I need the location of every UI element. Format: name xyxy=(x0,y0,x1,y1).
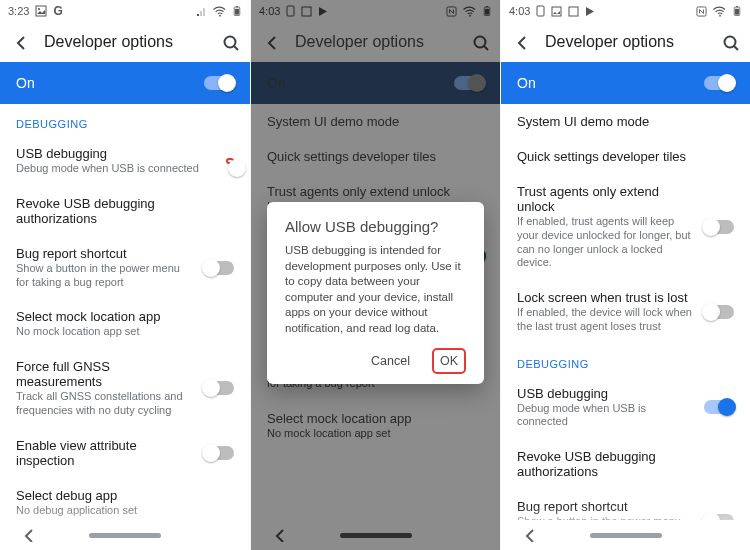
row-title: USB debugging xyxy=(517,386,694,401)
row-title: Select debug app xyxy=(16,488,234,503)
row-subtitle: No mock location app set xyxy=(16,325,234,339)
banner-label: On xyxy=(517,75,536,91)
search-icon[interactable] xyxy=(720,32,740,52)
dialog-ok-button[interactable]: OK xyxy=(432,348,466,374)
wifi-icon xyxy=(712,4,728,18)
settings-row[interactable]: Bug report shortcutShow a button in the … xyxy=(0,236,250,300)
nav-home-pill[interactable] xyxy=(590,533,662,538)
signal-icon xyxy=(196,5,208,17)
settings-row[interactable]: USB debuggingDebug mode when USB is conn… xyxy=(501,376,750,440)
status-bar: 4:03 xyxy=(501,0,750,22)
tutorial-highlight xyxy=(226,158,234,164)
toggle-switch[interactable] xyxy=(204,261,234,275)
svg-rect-12 xyxy=(569,7,578,16)
row-subtitle: Debug mode when USB is connected xyxy=(16,162,216,176)
settings-row[interactable]: System UI demo mode xyxy=(501,104,750,139)
dialog-body: USB debugging is intended for developmen… xyxy=(285,243,466,336)
page-title: Developer options xyxy=(545,33,706,51)
battery-icon xyxy=(232,4,242,18)
play-store-icon xyxy=(585,6,595,17)
settings-row[interactable]: Lock screen when trust is lostIf enabled… xyxy=(501,280,750,344)
nav-home-pill[interactable] xyxy=(89,533,161,538)
toggle-switch[interactable] xyxy=(204,446,234,460)
status-bar: 3:23 G xyxy=(0,0,250,22)
settings-row[interactable]: Revoke USB debugging authorizations xyxy=(0,186,250,236)
row-subtitle: Debug mode when USB is connected xyxy=(517,402,694,430)
row-title: Bug report shortcut xyxy=(517,499,694,514)
section-header-debugging: DEBUGGING xyxy=(501,344,750,376)
screenshot-2: 4:03 Developer options On System UI demo… xyxy=(250,0,500,550)
settings-row[interactable]: Enable view attribute inspection xyxy=(0,428,250,478)
toggle-switch[interactable] xyxy=(704,400,734,414)
app-bar: Developer options xyxy=(501,22,750,62)
settings-row[interactable]: Select mock location appNo mock location… xyxy=(0,299,250,349)
toggle-switch[interactable] xyxy=(204,381,234,395)
row-title: Select mock location app xyxy=(16,309,234,324)
screenshot-1: 3:23 G Developer options On DEBUGGING US… xyxy=(0,0,250,550)
search-icon[interactable] xyxy=(220,32,240,52)
settings-row[interactable]: Quick settings developer tiles xyxy=(501,139,750,174)
settings-row[interactable]: USB debuggingDebug mode when USB is conn… xyxy=(0,136,250,186)
row-title: Trust agents only extend unlock xyxy=(517,184,694,214)
row-title: Revoke USB debugging authorizations xyxy=(517,449,734,479)
master-switch[interactable] xyxy=(704,76,734,90)
image-icon xyxy=(551,6,562,17)
page-title: Developer options xyxy=(44,33,206,51)
master-switch[interactable] xyxy=(204,76,234,90)
google-icon: G xyxy=(53,4,62,18)
settings-row[interactable]: Trust agents only extend unlockIf enable… xyxy=(501,174,750,280)
image-icon xyxy=(35,5,47,17)
usb-debugging-dialog: Allow USB debugging? USB debugging is in… xyxy=(267,202,484,384)
phone-portrait-icon xyxy=(536,5,545,17)
nfc-icon xyxy=(695,5,708,18)
row-title: Revoke USB debugging authorizations xyxy=(16,196,234,226)
toggle-switch[interactable] xyxy=(704,220,734,234)
row-title: Bug report shortcut xyxy=(16,246,194,261)
settings-row[interactable]: Revoke USB debugging authorizations xyxy=(501,439,750,489)
row-subtitle: If enabled, trust agents will keep your … xyxy=(517,215,694,270)
status-time: 4:03 xyxy=(509,5,530,17)
row-subtitle: If enabled, the device will lock when th… xyxy=(517,306,694,334)
section-header-debugging: DEBUGGING xyxy=(0,104,250,136)
row-title: Enable view attribute inspection xyxy=(16,438,194,468)
row-title: Force full GNSS measurements xyxy=(16,359,194,389)
status-time: 3:23 xyxy=(8,5,29,17)
nav-back-icon[interactable] xyxy=(18,524,34,546)
banner-label: On xyxy=(16,75,35,91)
dialog-title: Allow USB debugging? xyxy=(285,218,466,235)
row-title: Quick settings developer tiles xyxy=(517,149,734,164)
row-subtitle: No debug application set xyxy=(16,504,234,518)
screenshot-3: 4:03 Developer options On System UI demo… xyxy=(500,0,750,550)
nav-back-icon[interactable] xyxy=(519,524,535,546)
settings-row[interactable]: Force full GNSS measurementsTrack all GN… xyxy=(0,349,250,428)
row-title: Lock screen when trust is lost xyxy=(517,290,694,305)
android-nav-bar xyxy=(0,520,250,550)
row-title: USB debugging xyxy=(16,146,216,161)
screenshot-icon xyxy=(568,6,579,17)
row-subtitle: Track all GNSS constellations and freque… xyxy=(16,390,194,418)
back-arrow-icon[interactable] xyxy=(10,31,30,53)
row-subtitle: Show a button in the power menu for taki… xyxy=(16,262,194,290)
back-arrow-icon[interactable] xyxy=(511,31,531,53)
row-title: System UI demo mode xyxy=(517,114,734,129)
master-toggle-banner[interactable]: On xyxy=(501,62,750,104)
android-nav-bar xyxy=(501,520,750,550)
toggle-switch[interactable] xyxy=(704,305,734,319)
master-toggle-banner[interactable]: On xyxy=(0,62,250,104)
app-bar: Developer options xyxy=(0,22,250,62)
battery-icon xyxy=(732,4,742,18)
svg-point-7 xyxy=(38,8,40,10)
svg-rect-10 xyxy=(537,6,544,16)
wifi-icon xyxy=(212,4,228,18)
dialog-cancel-button[interactable]: Cancel xyxy=(365,350,416,372)
